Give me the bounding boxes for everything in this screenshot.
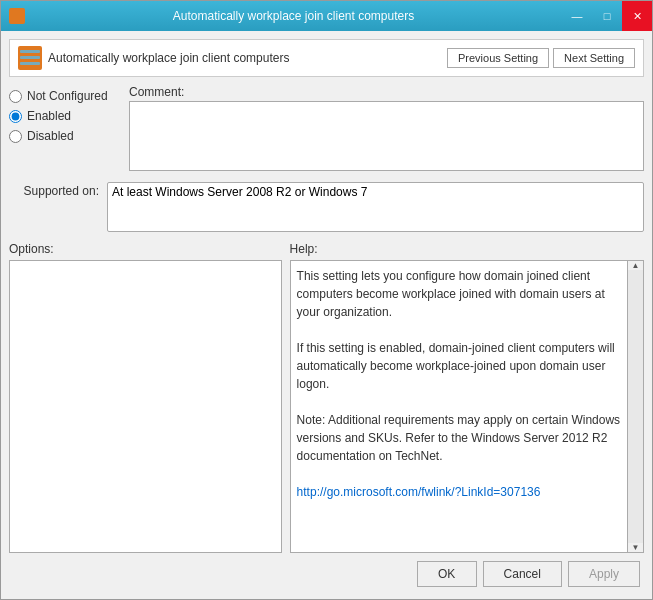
comment-area: Comment: xyxy=(129,85,644,174)
apply-button[interactable]: Apply xyxy=(568,561,640,587)
radio-comment-row: Not Configured Enabled Disabled Comment: xyxy=(9,85,644,174)
prev-setting-button[interactable]: Previous Setting xyxy=(447,48,549,68)
help-content: This setting lets you configure how doma… xyxy=(291,261,643,552)
main-window: Automatically workplace join client comp… xyxy=(0,0,653,600)
supported-row: Supported on: At least Windows Server 20… xyxy=(9,182,644,232)
maximize-button[interactable]: □ xyxy=(592,1,622,31)
supported-select-wrap: At least Windows Server 2008 R2 or Windo… xyxy=(107,182,644,232)
radio-group: Not Configured Enabled Disabled xyxy=(9,85,119,174)
enabled-label: Enabled xyxy=(27,109,71,123)
not-configured-radio[interactable] xyxy=(9,90,22,103)
ok-button[interactable]: OK xyxy=(417,561,477,587)
comment-label: Comment: xyxy=(129,85,644,99)
disabled-option[interactable]: Disabled xyxy=(9,129,119,143)
help-link[interactable]: http://go.microsoft.com/fwlink/?LinkId=3… xyxy=(297,485,541,499)
help-box: This setting lets you configure how doma… xyxy=(290,260,644,553)
svg-rect-1 xyxy=(20,56,40,59)
header-bar: Automatically workplace join client comp… xyxy=(9,39,644,77)
title-bar-controls: — □ ✕ xyxy=(562,1,652,31)
svg-rect-2 xyxy=(20,62,40,65)
help-scrollbar: ▲ ▼ xyxy=(627,261,643,552)
title-bar: Automatically workplace join client comp… xyxy=(1,1,652,31)
help-section: Help: This setting lets you configure ho… xyxy=(290,242,644,553)
disabled-radio[interactable] xyxy=(9,130,22,143)
window-content: Automatically workplace join client comp… xyxy=(1,31,652,599)
help-label: Help: xyxy=(290,242,644,256)
help-paragraph3: Note: Additional requirements may apply … xyxy=(297,411,623,465)
enabled-option[interactable]: Enabled xyxy=(9,109,119,123)
window-title: Automatically workplace join client comp… xyxy=(25,9,562,23)
options-section: Options: xyxy=(9,242,282,553)
help-scroll-up[interactable]: ▲ xyxy=(628,261,643,270)
options-box xyxy=(9,260,282,553)
supported-select[interactable]: At least Windows Server 2008 R2 or Windo… xyxy=(107,182,644,232)
header-title: Automatically workplace join client comp… xyxy=(48,51,289,65)
nav-buttons: Previous Setting Next Setting xyxy=(447,48,635,68)
enabled-radio[interactable] xyxy=(9,110,22,123)
help-scroll-track xyxy=(628,270,643,543)
svg-rect-0 xyxy=(20,50,40,53)
help-paragraph1: This setting lets you configure how doma… xyxy=(297,267,623,321)
policy-icon xyxy=(18,46,42,70)
options-help-row: Options: Help: This setting lets you con… xyxy=(9,242,644,553)
options-label: Options: xyxy=(9,242,282,256)
comment-textarea[interactable] xyxy=(129,101,644,171)
supported-label: Supported on: xyxy=(9,182,99,198)
minimize-button[interactable]: — xyxy=(562,1,592,31)
cancel-button[interactable]: Cancel xyxy=(483,561,562,587)
disabled-label: Disabled xyxy=(27,129,74,143)
main-section: Not Configured Enabled Disabled Comment: xyxy=(9,85,644,553)
help-paragraph2: If this setting is enabled, domain-joine… xyxy=(297,339,623,393)
next-setting-button[interactable]: Next Setting xyxy=(553,48,635,68)
app-icon xyxy=(9,8,25,24)
not-configured-label: Not Configured xyxy=(27,89,108,103)
help-scroll-down[interactable]: ▼ xyxy=(628,543,643,552)
header-left: Automatically workplace join client comp… xyxy=(18,46,289,70)
close-button[interactable]: ✕ xyxy=(622,1,652,31)
footer: OK Cancel Apply xyxy=(9,553,644,591)
not-configured-option[interactable]: Not Configured xyxy=(9,89,119,103)
